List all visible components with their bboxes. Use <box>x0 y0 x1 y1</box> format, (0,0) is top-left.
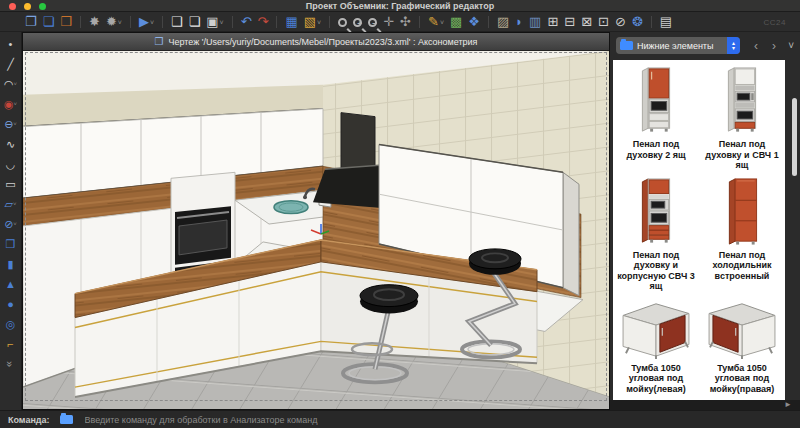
zoom-in-icon[interactable]: + <box>353 13 362 31</box>
rectangle-icon[interactable]: ▭ <box>5 176 15 193</box>
catalog-item[interactable]: Пенал под духовку и СВЧ 1 ящ <box>699 64 785 175</box>
point-icon[interactable]: • <box>9 36 13 53</box>
new-document-icon[interactable]: ❑ <box>171 13 183 31</box>
doc-add-icon[interactable]: ⊞ <box>547 13 558 31</box>
spline-icon[interactable]: ∿ <box>6 136 15 153</box>
app-window: Проект Объемник: Графический редактор ❐❏… <box>0 0 800 428</box>
viewport-layout-icon[interactable]: ▦ <box>285 13 297 31</box>
render-settings-icon[interactable]: ✹˅ <box>106 13 122 31</box>
catalog-item[interactable]: Пенал под холодильник встроенный <box>699 175 785 296</box>
left-toolbar: •╱◠˅◉˅⊖˅∿◡▭▱˅⊘˅❒▮▲●◎⌐» <box>0 32 22 410</box>
cylinder-icon[interactable]: ▮ <box>7 256 13 273</box>
undo-icon[interactable]: ↶ <box>241 13 252 31</box>
document-window: ❐ Чертеж '/Users/yuriy/Documents/Mebel/П… <box>22 32 610 410</box>
scrollbar-thumb[interactable] <box>792 98 797 176</box>
titlebar: Проект Объемник: Графический редактор <box>0 0 800 12</box>
next-category-icon[interactable]: › <box>772 39 776 53</box>
zoom-out-icon[interactable]: − <box>368 13 377 31</box>
doc-data-icon[interactable]: ⊡ <box>598 13 609 31</box>
toolbar-separator <box>651 16 652 28</box>
scene-cube-icon[interactable]: ❏ <box>43 13 55 31</box>
zoom-window-icon[interactable] <box>338 13 347 31</box>
toolbar-separator <box>329 16 330 28</box>
toolbar-separator <box>232 16 233 28</box>
catalog-footer: ► <box>610 400 800 410</box>
doc-settings-icon[interactable]: ⊘ <box>615 13 626 31</box>
scene-copy-icon[interactable]: ❐ <box>25 13 37 31</box>
lamp-icon[interactable]: ◗ <box>515 13 523 31</box>
revolve-icon[interactable]: ⊘˅ <box>4 216 17 233</box>
item-label: Пенал под духовку 2 ящ <box>614 139 698 160</box>
print-icon[interactable]: ▤ <box>660 13 672 31</box>
paint-icon[interactable]: ✎˅ <box>428 13 444 31</box>
render-icon[interactable]: ✸ <box>89 13 100 31</box>
ellipse-icon[interactable]: ⊖˅ <box>4 116 17 133</box>
item-thumbnail <box>617 177 695 247</box>
toolbar-separator <box>80 16 81 28</box>
catalog-item[interactable]: Пенал под духовку 2 ящ <box>613 64 699 175</box>
doc-tools-icon[interactable]: ⊟ <box>564 13 575 31</box>
pan-icon[interactable]: ✛ <box>383 13 394 31</box>
item-thumbnail <box>703 177 781 247</box>
redo-icon[interactable]: ↷ <box>258 13 269 31</box>
viewport-3d[interactable] <box>23 51 609 409</box>
orbit-icon[interactable]: ✣ <box>400 13 411 31</box>
arc-segment-icon[interactable]: ◡ <box>6 156 16 173</box>
catalog-item[interactable]: Тумба 1050 угловая под мойку(левая) <box>613 296 699 399</box>
walkthrough-icon[interactable]: ▶˅ <box>139 13 154 31</box>
category-select[interactable]: Нижние элементы ▴▾ <box>616 37 740 54</box>
toolbar-separator <box>419 16 420 28</box>
toolbar-separator <box>276 16 277 28</box>
corner-trim-icon[interactable]: ⌐ <box>7 336 13 353</box>
command-folder-icon <box>60 415 73 424</box>
item-label: Пенал под духовку и СВЧ 1 ящ <box>700 139 784 171</box>
arc-icon[interactable]: ◠˅ <box>4 76 17 93</box>
prev-category-icon[interactable]: ‹ <box>754 39 758 53</box>
command-input[interactable] <box>83 414 800 426</box>
item-thumbnail <box>703 66 781 136</box>
cone-icon[interactable]: ▲ <box>5 276 16 293</box>
copy-document-icon[interactable]: ❏ <box>189 13 201 31</box>
document-titlebar[interactable]: ❐ Чертеж '/Users/yuriy/Documents/Mebel/П… <box>23 33 609 51</box>
select-stepper-icon[interactable]: ▴▾ <box>727 37 740 54</box>
expand-right-icon[interactable]: ► <box>784 400 792 410</box>
document-icon: ❐ <box>155 37 164 47</box>
folder-icon <box>620 41 633 50</box>
toolbar-separator <box>488 16 489 28</box>
item-thumbnail <box>702 298 782 360</box>
materials-panel-icon[interactable]: ▩ <box>450 13 462 31</box>
item-label: Тумба 1050 угловая под мойку(левая) <box>614 363 698 395</box>
line-icon[interactable]: ╱ <box>7 56 14 73</box>
import-model-icon[interactable]: ❖ <box>468 13 480 31</box>
version-label: CC24 <box>764 18 786 27</box>
app-title: Проект Объемник: Графический редактор <box>0 1 800 11</box>
scene-save-icon[interactable]: ❒ <box>60 13 72 31</box>
material-box-icon[interactable]: ▧˅ <box>304 13 321 31</box>
photo-icon[interactable]: ▨ <box>497 13 509 31</box>
item-thumbnail <box>617 66 695 136</box>
command-label: Команда: <box>8 415 50 425</box>
top-toolbar: ❐❏❒✸✹˅▶˅❑❏▣˅↶↷▦▧˅+−✛✣✎˅▩❖▨◗▥⊞⊟⊠⊡⊘❂▤CC24 <box>0 13 800 32</box>
collapse-icon[interactable]: » <box>7 356 13 373</box>
chevron-down-icon[interactable]: ˅ <box>788 40 794 51</box>
catalog-item[interactable]: Тумба 1050 угловая под мойку(правая) <box>699 296 785 399</box>
box-icon[interactable]: ❒ <box>6 236 16 253</box>
doc-export-icon[interactable]: ⊠ <box>581 13 592 31</box>
item-label: Пенал под духовку и корпусную СВЧ 3 ящ <box>614 250 698 292</box>
command-bar: Команда: <box>0 410 800 428</box>
catalog-item[interactable]: Пенал под духовку и корпусную СВЧ 3 ящ <box>613 175 699 296</box>
circle-icon[interactable]: ◉˅ <box>4 96 17 113</box>
sphere-icon[interactable]: ● <box>7 296 14 313</box>
project-settings-icon[interactable]: ❂ <box>632 13 643 31</box>
toolbar-separator <box>130 16 131 28</box>
cabinet-icon[interactable]: ▥ <box>529 13 541 31</box>
document-title: Чертеж '/Users/yuriy/Documents/Mebel/Про… <box>169 37 478 47</box>
save-icon[interactable]: ▣˅ <box>206 13 223 31</box>
catalog-panel: Нижние элементы ▴▾ ‹ › ˅ <box>610 32 800 410</box>
catalog-scrollbar[interactable] <box>788 60 800 400</box>
torus-icon[interactable]: ◎ <box>6 316 16 333</box>
extrude-icon[interactable]: ▱˅ <box>5 196 17 213</box>
catalog-header: Нижние элементы ▴▾ ‹ › ˅ <box>610 32 800 59</box>
catalog-grid: Пенал под духовку 2 ящ Пена <box>613 60 785 400</box>
item-label: Пенал под холодильник встроенный <box>700 250 784 282</box>
